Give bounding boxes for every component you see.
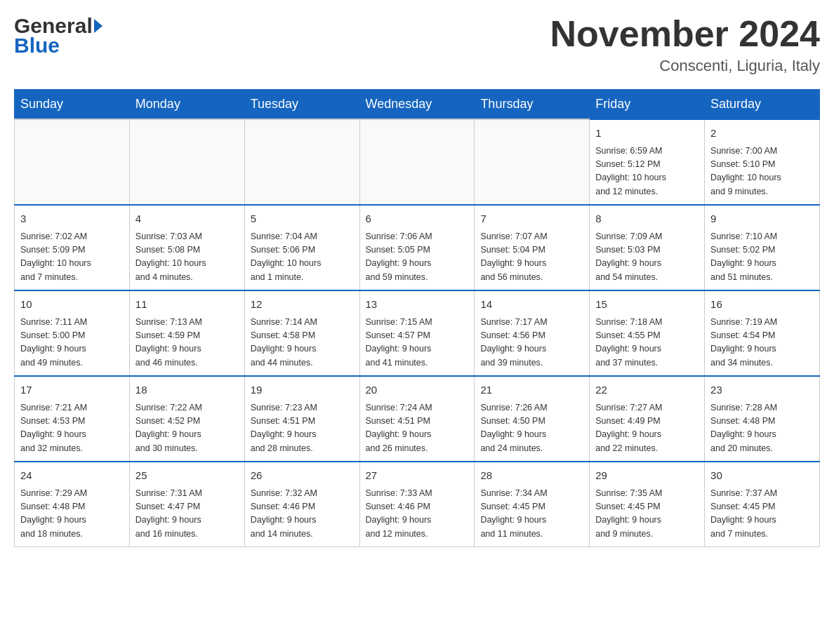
- day-number: 4: [135, 211, 239, 227]
- day-info: Sunrise: 7:04 AM Sunset: 5:06 PM Dayligh…: [251, 230, 354, 285]
- day-info: Sunrise: 7:15 AM Sunset: 4:57 PM Dayligh…: [366, 316, 469, 370]
- day-info: Sunrise: 7:17 AM Sunset: 4:56 PM Dayligh…: [480, 316, 583, 370]
- calendar-week-2: 3Sunrise: 7:02 AM Sunset: 5:09 PM Daylig…: [15, 205, 820, 290]
- calendar-cell: 16Sunrise: 7:19 AM Sunset: 4:54 PM Dayli…: [705, 290, 820, 376]
- day-number: 3: [20, 211, 124, 227]
- calendar-cell: 17Sunrise: 7:21 AM Sunset: 4:53 PM Dayli…: [15, 376, 130, 462]
- day-of-week-wednesday: Wednesday: [359, 90, 475, 120]
- day-of-week-monday: Monday: [129, 90, 244, 120]
- day-number: 24: [20, 468, 124, 484]
- calendar-cell: 3Sunrise: 7:02 AM Sunset: 5:09 PM Daylig…: [15, 205, 130, 290]
- calendar-cell: 12Sunrise: 7:14 AM Sunset: 4:58 PM Dayli…: [244, 290, 359, 376]
- day-info: Sunrise: 7:32 AM Sunset: 4:46 PM Dayligh…: [251, 487, 354, 542]
- month-title: November 2024: [550, 14, 820, 54]
- day-info: Sunrise: 7:34 AM Sunset: 4:45 PM Dayligh…: [480, 487, 583, 542]
- calendar-cell: 9Sunrise: 7:10 AM Sunset: 5:02 PM Daylig…: [705, 205, 820, 290]
- calendar-header-row: SundayMondayTuesdayWednesdayThursdayFrid…: [15, 90, 820, 120]
- day-of-week-saturday: Saturday: [705, 90, 820, 120]
- day-number: 16: [710, 297, 814, 313]
- day-number: 22: [595, 382, 699, 398]
- day-info: Sunrise: 7:11 AM Sunset: 5:00 PM Dayligh…: [20, 316, 124, 370]
- day-number: 13: [366, 297, 469, 313]
- day-number: 9: [710, 211, 814, 227]
- day-number: 18: [135, 382, 239, 398]
- day-info: Sunrise: 7:10 AM Sunset: 5:02 PM Dayligh…: [710, 230, 814, 285]
- day-info: Sunrise: 7:22 AM Sunset: 4:52 PM Dayligh…: [135, 401, 239, 456]
- logo: General Blue: [14, 14, 102, 58]
- day-number: 30: [710, 468, 814, 484]
- calendar-table: SundayMondayTuesdayWednesdayThursdayFrid…: [14, 89, 820, 547]
- day-number: 21: [480, 382, 583, 398]
- calendar-cell: 15Sunrise: 7:18 AM Sunset: 4:55 PM Dayli…: [590, 290, 705, 376]
- page-header: General Blue November 2024 Conscenti, Li…: [14, 14, 820, 75]
- day-info: Sunrise: 7:00 AM Sunset: 5:10 PM Dayligh…: [710, 145, 814, 199]
- calendar-cell: 21Sunrise: 7:26 AM Sunset: 4:50 PM Dayli…: [475, 376, 590, 462]
- day-info: Sunrise: 7:31 AM Sunset: 4:47 PM Dayligh…: [135, 487, 239, 542]
- day-number: 29: [595, 468, 699, 484]
- day-info: Sunrise: 7:33 AM Sunset: 4:46 PM Dayligh…: [366, 487, 469, 542]
- calendar-week-5: 24Sunrise: 7:29 AM Sunset: 4:48 PM Dayli…: [15, 462, 820, 547]
- day-info: Sunrise: 7:27 AM Sunset: 4:49 PM Dayligh…: [595, 401, 699, 456]
- day-number: 5: [251, 211, 354, 227]
- calendar-cell: 27Sunrise: 7:33 AM Sunset: 4:46 PM Dayli…: [359, 462, 475, 547]
- day-number: 20: [366, 382, 469, 398]
- day-info: Sunrise: 7:18 AM Sunset: 4:55 PM Dayligh…: [595, 316, 699, 370]
- calendar-cell: [15, 119, 130, 205]
- day-of-week-thursday: Thursday: [475, 90, 590, 120]
- day-number: 17: [20, 382, 124, 398]
- calendar-cell: [359, 119, 475, 205]
- calendar-cell: 4Sunrise: 7:03 AM Sunset: 5:08 PM Daylig…: [129, 205, 244, 290]
- calendar-week-3: 10Sunrise: 7:11 AM Sunset: 5:00 PM Dayli…: [15, 290, 820, 376]
- calendar-cell: 22Sunrise: 7:27 AM Sunset: 4:49 PM Dayli…: [590, 376, 705, 462]
- calendar-cell: 26Sunrise: 7:32 AM Sunset: 4:46 PM Dayli…: [244, 462, 359, 547]
- day-number: 25: [135, 468, 239, 484]
- day-info: Sunrise: 6:59 AM Sunset: 5:12 PM Dayligh…: [595, 145, 699, 199]
- calendar-cell: 1Sunrise: 6:59 AM Sunset: 5:12 PM Daylig…: [590, 119, 705, 205]
- day-number: 2: [710, 126, 814, 142]
- calendar-cell: 19Sunrise: 7:23 AM Sunset: 4:51 PM Dayli…: [244, 376, 359, 462]
- day-number: 19: [251, 382, 354, 398]
- calendar-cell: [129, 119, 244, 205]
- calendar-cell: 24Sunrise: 7:29 AM Sunset: 4:48 PM Dayli…: [15, 462, 130, 547]
- calendar-cell: 13Sunrise: 7:15 AM Sunset: 4:57 PM Dayli…: [359, 290, 475, 376]
- calendar-cell: 5Sunrise: 7:04 AM Sunset: 5:06 PM Daylig…: [244, 205, 359, 290]
- calendar-cell: 2Sunrise: 7:00 AM Sunset: 5:10 PM Daylig…: [705, 119, 820, 205]
- day-info: Sunrise: 7:28 AM Sunset: 4:48 PM Dayligh…: [710, 401, 814, 456]
- calendar-cell: 28Sunrise: 7:34 AM Sunset: 4:45 PM Dayli…: [475, 462, 590, 547]
- day-info: Sunrise: 7:06 AM Sunset: 5:05 PM Dayligh…: [366, 230, 469, 285]
- day-info: Sunrise: 7:37 AM Sunset: 4:45 PM Dayligh…: [710, 487, 814, 542]
- day-info: Sunrise: 7:14 AM Sunset: 4:58 PM Dayligh…: [251, 316, 354, 370]
- logo-arrow-icon: [94, 19, 102, 33]
- calendar-cell: 18Sunrise: 7:22 AM Sunset: 4:52 PM Dayli…: [129, 376, 244, 462]
- logo-blue-text: Blue: [14, 34, 60, 58]
- day-number: 7: [480, 211, 583, 227]
- calendar-cell: 11Sunrise: 7:13 AM Sunset: 4:59 PM Dayli…: [129, 290, 244, 376]
- calendar-cell: [475, 119, 590, 205]
- calendar-cell: [244, 119, 359, 205]
- calendar-cell: 29Sunrise: 7:35 AM Sunset: 4:45 PM Dayli…: [590, 462, 705, 547]
- calendar-cell: 6Sunrise: 7:06 AM Sunset: 5:05 PM Daylig…: [359, 205, 475, 290]
- calendar-cell: 20Sunrise: 7:24 AM Sunset: 4:51 PM Dayli…: [359, 376, 475, 462]
- day-number: 8: [595, 211, 699, 227]
- calendar-week-4: 17Sunrise: 7:21 AM Sunset: 4:53 PM Dayli…: [15, 376, 820, 462]
- day-number: 23: [710, 382, 814, 398]
- day-info: Sunrise: 7:24 AM Sunset: 4:51 PM Dayligh…: [366, 401, 469, 456]
- calendar-week-1: 1Sunrise: 6:59 AM Sunset: 5:12 PM Daylig…: [15, 119, 820, 205]
- day-number: 26: [251, 468, 354, 484]
- day-of-week-sunday: Sunday: [15, 90, 130, 120]
- day-number: 1: [595, 126, 699, 142]
- calendar-cell: 7Sunrise: 7:07 AM Sunset: 5:04 PM Daylig…: [475, 205, 590, 290]
- location-subtitle: Conscenti, Liguria, Italy: [550, 57, 820, 75]
- day-number: 15: [595, 297, 699, 313]
- day-info: Sunrise: 7:35 AM Sunset: 4:45 PM Dayligh…: [595, 487, 699, 542]
- calendar-cell: 10Sunrise: 7:11 AM Sunset: 5:00 PM Dayli…: [15, 290, 130, 376]
- day-info: Sunrise: 7:09 AM Sunset: 5:03 PM Dayligh…: [595, 230, 699, 285]
- day-info: Sunrise: 7:23 AM Sunset: 4:51 PM Dayligh…: [251, 401, 354, 456]
- day-info: Sunrise: 7:13 AM Sunset: 4:59 PM Dayligh…: [135, 316, 239, 370]
- day-number: 28: [480, 468, 583, 484]
- calendar-cell: 14Sunrise: 7:17 AM Sunset: 4:56 PM Dayli…: [475, 290, 590, 376]
- day-info: Sunrise: 7:19 AM Sunset: 4:54 PM Dayligh…: [710, 316, 814, 370]
- calendar-cell: 8Sunrise: 7:09 AM Sunset: 5:03 PM Daylig…: [590, 205, 705, 290]
- day-number: 11: [135, 297, 239, 313]
- calendar-cell: 30Sunrise: 7:37 AM Sunset: 4:45 PM Dayli…: [705, 462, 820, 547]
